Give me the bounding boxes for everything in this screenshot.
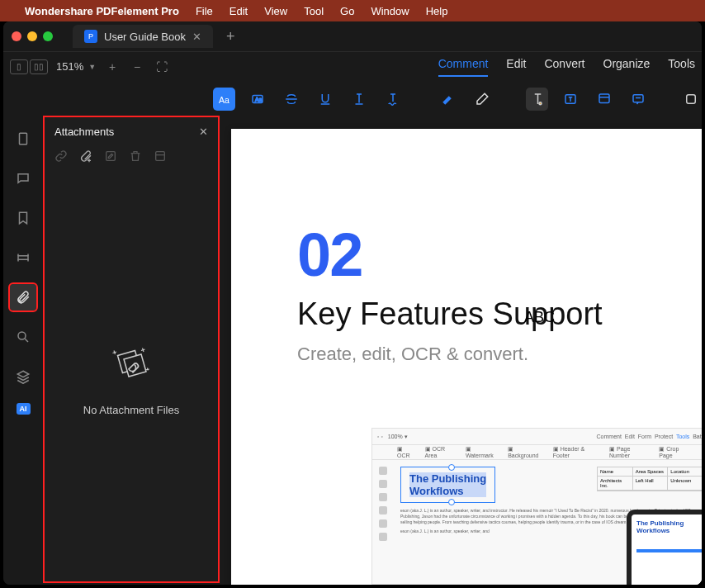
area-highlight-tool[interactable]: Aa [247,88,269,111]
selection-box: The Publishing Workflows [400,467,495,503]
fit-button[interactable]: ⛶ [154,60,170,74]
text-callout-tool[interactable] [526,88,548,111]
empty-text: No Attachment Files [83,404,179,416]
panel-empty-state: No Attachment Files [45,173,218,581]
tablet-mockup: The PublishingWorkflows [627,510,702,585]
menu-edit[interactable]: Edit [229,5,248,17]
ai-badge[interactable]: AI [17,403,31,415]
note-tool[interactable] [594,88,616,111]
thumbnails-icon[interactable] [10,126,36,152]
chevron-down-icon: ▼ [88,63,96,71]
highlighter-tool[interactable] [437,88,459,111]
underline-tool[interactable] [315,88,337,111]
panel-title: Attachments [54,126,114,138]
single-page-icon[interactable]: ▯ [10,59,28,74]
comment-tool[interactable] [627,88,650,111]
link-attachment-icon[interactable] [54,149,68,165]
bookmarks-icon[interactable] [10,205,36,231]
zoom-level[interactable]: 151% ▼ [56,60,96,73]
document-viewport[interactable]: 02 ABC Key Features Support Create, edit… [220,117,702,585]
shape-tool[interactable] [679,88,702,111]
delete-attachment-icon[interactable] [129,149,142,165]
minimize-window-button[interactable] [27,31,37,41]
svg-rect-9 [18,256,28,260]
edit-attachment-icon[interactable] [104,149,117,165]
squiggly-tool[interactable] [382,88,405,111]
zoom-in-button[interactable]: + [104,60,121,74]
pdf-page: 02 ABC Key Features Support Create, edit… [231,129,702,585]
attachments-panel: Attachments ✕ No At [45,117,218,581]
view-mode-toggle[interactable]: ▯ ▯▯ [10,59,48,74]
maximize-window-button[interactable] [43,31,53,41]
embedded-screenshot: ◦ ◦ 100% ▾ Comment Edit Form Protect Too… [371,428,702,585]
layers-icon[interactable] [10,363,36,390]
page-subheading: Create, edit, OCR & convert. [297,344,702,365]
caret-tool[interactable] [348,88,371,111]
close-panel-icon[interactable]: ✕ [199,126,208,138]
svg-point-3 [539,102,542,105]
add-attachment-icon[interactable] [79,149,92,165]
eraser-tool[interactable] [471,88,493,111]
strikethrough-tool[interactable] [281,88,303,111]
top-toolbar: ▯ ▯▯ 151% ▼ + − ⛶ Comment Edit Convert O… [3,51,702,81]
app-window: P User Guide Book ✕ + ▯ ▯▯ 151% ▼ + − ⛶ … [3,21,702,585]
close-tab-icon[interactable]: ✕ [192,31,201,43]
tab-tools[interactable]: Tools [668,57,695,77]
two-page-icon[interactable]: ▯▯ [30,59,48,74]
page-heading: Key Features Support [297,296,702,332]
svg-rect-12 [156,152,165,161]
svg-rect-5 [599,94,609,103]
menu-view[interactable]: View [264,5,287,17]
svg-point-10 [18,332,26,339]
zoom-out-button[interactable]: − [129,60,145,74]
new-tab-button[interactable]: + [226,28,235,45]
menu-go[interactable]: Go [340,5,354,17]
menu-file[interactable]: File [196,5,213,17]
titlebar: P User Guide Book ✕ + [3,21,702,51]
svg-rect-11 [106,152,116,161]
search-icon[interactable] [10,324,36,350]
tab-convert[interactable]: Convert [544,57,584,77]
save-attachment-icon[interactable] [154,149,167,165]
menu-window[interactable]: Window [371,5,409,17]
menu-help[interactable]: Help [426,5,448,17]
svg-text:Aa: Aa [255,97,263,102]
left-sidebar: AI [3,117,43,585]
close-window-button[interactable] [12,31,21,41]
app-name[interactable]: Wondershare PDFelement Pro [25,5,179,17]
annotation-toolbar: Aa Aa [3,81,702,117]
macos-menubar: Wondershare PDFelement Pro File Edit Vie… [0,0,705,21]
zoom-value: 151% [56,60,83,73]
document-tab[interactable]: P User Guide Book ✕ [73,25,213,48]
tab-title: User Guide Book [104,31,186,43]
mode-tabs: Comment Edit Convert Organize Tools [438,57,695,77]
attachments-icon[interactable] [10,284,36,311]
pdf-icon: P [84,30,97,43]
chapter-number: 02 [297,220,702,290]
comments-icon[interactable] [10,165,36,192]
fields-icon[interactable] [10,244,36,271]
preview-table: NameArea SpacesLocation Architects Inc.L… [597,467,702,491]
tab-comment[interactable]: Comment [438,57,489,77]
svg-rect-8 [20,133,27,145]
text-tool[interactable]: Aa [213,88,235,111]
panel-toolbar [45,146,218,173]
empty-attachment-icon [106,339,156,389]
tab-organize[interactable]: Organize [603,57,651,77]
annotation-text[interactable]: ABC [524,309,555,326]
traffic-lights [12,31,53,41]
menu-tool[interactable]: Tool [304,5,324,17]
svg-rect-7 [686,95,695,104]
text-box-tool[interactable] [560,88,582,111]
svg-text:Aa: Aa [219,95,229,105]
tab-edit[interactable]: Edit [506,57,526,77]
